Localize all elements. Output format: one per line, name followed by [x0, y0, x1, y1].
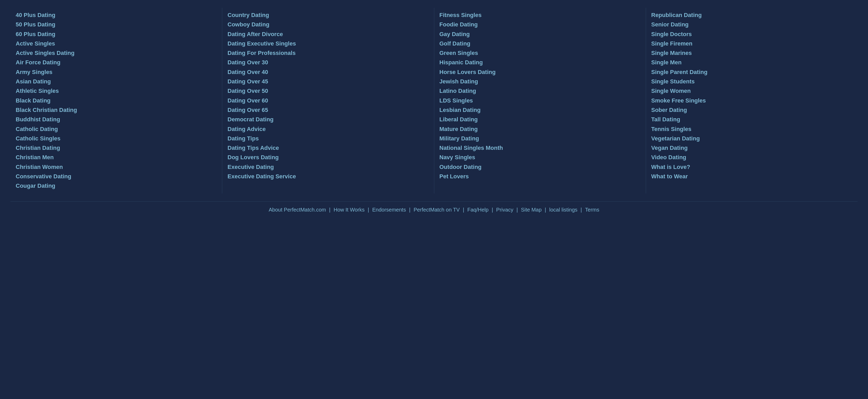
footer-separator: |: [328, 206, 332, 214]
columns-wrapper: 40 Plus Dating50 Plus Dating60 Plus Dati…: [10, 8, 858, 193]
link-col2-11[interactable]: Democrat Dating: [227, 115, 426, 124]
footer-separator: |: [367, 206, 370, 214]
link-col2-6[interactable]: Dating Over 40: [227, 67, 426, 77]
link-col1-1[interactable]: 50 Plus Dating: [16, 20, 214, 29]
footer-link-5[interactable]: Privacy: [494, 206, 516, 214]
footer-separator: |: [544, 206, 547, 214]
link-col1-0[interactable]: 40 Plus Dating: [16, 10, 214, 20]
link-col3-7[interactable]: Jewish Dating: [439, 77, 638, 86]
link-col4-8[interactable]: Single Women: [651, 86, 850, 96]
link-col3-2[interactable]: Gay Dating: [439, 30, 638, 39]
link-col4-7[interactable]: Single Students: [651, 77, 850, 86]
link-col2-3[interactable]: Dating Executive Singles: [227, 39, 426, 49]
link-col4-10[interactable]: Sober Dating: [651, 105, 850, 115]
link-col3-12[interactable]: Mature Dating: [439, 124, 638, 134]
link-col3-15[interactable]: Navy Singles: [439, 153, 638, 162]
link-col1-16[interactable]: Christian Women: [16, 162, 214, 172]
link-col4-9[interactable]: Smoke Free Singles: [651, 96, 850, 105]
column-2: Country DatingCowboy DatingDating After …: [222, 8, 434, 193]
link-col2-8[interactable]: Dating Over 50: [227, 86, 426, 96]
link-col1-17[interactable]: Conservative Dating: [16, 172, 214, 181]
link-col3-6[interactable]: Horse Lovers Dating: [439, 67, 638, 77]
link-col4-5[interactable]: Single Men: [651, 58, 850, 67]
link-col1-12[interactable]: Catholic Dating: [16, 124, 214, 134]
link-col3-16[interactable]: Outdoor Dating: [439, 162, 638, 172]
link-col1-9[interactable]: Black Dating: [16, 96, 214, 105]
link-col4-16[interactable]: What is Love?: [651, 162, 850, 172]
link-col4-4[interactable]: Single Marines: [651, 49, 850, 58]
footer-link-2[interactable]: Endorsements: [370, 206, 408, 214]
link-col4-17[interactable]: What to Wear: [651, 172, 850, 181]
link-col2-14[interactable]: Dating Tips Advice: [227, 143, 426, 153]
link-col4-0[interactable]: Republican Dating: [651, 10, 850, 20]
link-col4-3[interactable]: Single Firemen: [651, 39, 850, 49]
footer-separator: |: [515, 206, 519, 214]
link-col4-2[interactable]: Single Doctors: [651, 30, 850, 39]
link-col2-7[interactable]: Dating Over 45: [227, 77, 426, 86]
link-col2-0[interactable]: Country Dating: [227, 10, 426, 20]
link-col2-15[interactable]: Dog Lovers Dating: [227, 153, 426, 162]
link-col3-8[interactable]: Latino Dating: [439, 86, 638, 96]
link-col2-13[interactable]: Dating Tips: [227, 134, 426, 143]
link-col4-12[interactable]: Tennis Singles: [651, 124, 850, 134]
column-1: 40 Plus Dating50 Plus Dating60 Plus Dati…: [10, 8, 222, 193]
link-col1-10[interactable]: Black Christian Dating: [16, 105, 214, 115]
link-col3-11[interactable]: Liberal Dating: [439, 115, 638, 124]
link-col2-5[interactable]: Dating Over 30: [227, 58, 426, 67]
footer-nav: About PerfectMatch.com|How It Works|Endo…: [10, 201, 858, 214]
link-col1-11[interactable]: Buddhist Dating: [16, 115, 214, 124]
link-col2-17[interactable]: Executive Dating Service: [227, 172, 426, 181]
link-col1-13[interactable]: Catholic Singles: [16, 134, 214, 143]
link-col3-9[interactable]: LDS Singles: [439, 96, 638, 105]
page-container: 40 Plus Dating50 Plus Dating60 Plus Dati…: [0, 0, 868, 219]
column-4: Republican DatingSenior DatingSingle Doc…: [646, 8, 858, 193]
footer-link-7[interactable]: local listings: [547, 206, 580, 214]
link-col3-0[interactable]: Fitness Singles: [439, 10, 638, 20]
footer-link-3[interactable]: PerfectMatch on TV: [411, 206, 462, 214]
link-col2-12[interactable]: Dating Advice: [227, 124, 426, 134]
footer-link-8[interactable]: Terms: [583, 206, 601, 214]
link-col4-15[interactable]: Video Dating: [651, 153, 850, 162]
link-col2-1[interactable]: Cowboy Dating: [227, 20, 426, 29]
link-col4-1[interactable]: Senior Dating: [651, 20, 850, 29]
footer-link-1[interactable]: How It Works: [332, 206, 367, 214]
link-col3-14[interactable]: National Singles Month: [439, 143, 638, 153]
link-col2-4[interactable]: Dating For Professionals: [227, 49, 426, 58]
link-col4-6[interactable]: Single Parent Dating: [651, 67, 850, 77]
link-col1-3[interactable]: Active Singles: [16, 39, 214, 49]
link-col3-4[interactable]: Green Singles: [439, 49, 638, 58]
footer-separator: |: [462, 206, 465, 214]
link-col3-3[interactable]: Golf Dating: [439, 39, 638, 49]
link-col1-15[interactable]: Christian Men: [16, 153, 214, 162]
link-col1-18[interactable]: Cougar Dating: [16, 181, 214, 191]
link-col2-9[interactable]: Dating Over 60: [227, 96, 426, 105]
link-col1-8[interactable]: Athletic Singles: [16, 86, 214, 96]
link-col1-4[interactable]: Active Singles Dating: [16, 49, 214, 58]
link-col4-13[interactable]: Vegetarian Dating: [651, 134, 850, 143]
footer-separator: |: [408, 206, 411, 214]
link-col1-2[interactable]: 60 Plus Dating: [16, 30, 214, 39]
link-col3-13[interactable]: Military Dating: [439, 134, 638, 143]
column-3: Fitness SinglesFoodie DatingGay DatingGo…: [434, 8, 646, 193]
footer-link-6[interactable]: Site Map: [519, 206, 544, 214]
link-col4-11[interactable]: Tall Dating: [651, 115, 850, 124]
link-col1-6[interactable]: Army Singles: [16, 67, 214, 77]
link-col3-10[interactable]: Lesbian Dating: [439, 105, 638, 115]
footer-separator: |: [580, 206, 583, 214]
link-col2-2[interactable]: Dating After Divorce: [227, 30, 426, 39]
footer-link-4[interactable]: Faq/Help: [465, 206, 491, 214]
footer-separator: |: [491, 206, 494, 214]
footer-link-0[interactable]: About PerfectMatch.com: [267, 206, 328, 214]
link-col1-14[interactable]: Christian Dating: [16, 143, 214, 153]
link-col1-7[interactable]: Asian Dating: [16, 77, 214, 86]
link-col2-10[interactable]: Dating Over 65: [227, 105, 426, 115]
link-col3-1[interactable]: Foodie Dating: [439, 20, 638, 29]
link-col1-5[interactable]: Air Force Dating: [16, 58, 214, 67]
link-col3-5[interactable]: Hispanic Dating: [439, 58, 638, 67]
link-col3-17[interactable]: Pet Lovers: [439, 172, 638, 181]
link-col4-14[interactable]: Vegan Dating: [651, 143, 850, 153]
link-col2-16[interactable]: Executive Dating: [227, 162, 426, 172]
